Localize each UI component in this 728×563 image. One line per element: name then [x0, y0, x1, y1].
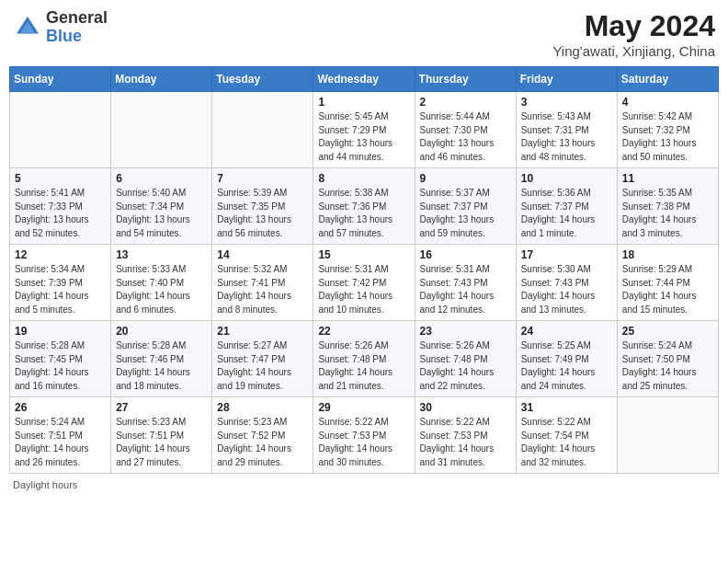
- day-info: Sunrise: 5:44 AM Sunset: 7:30 PM Dayligh…: [420, 110, 511, 164]
- day-info: Sunrise: 5:24 AM Sunset: 7:51 PM Dayligh…: [15, 416, 106, 469]
- calendar-cell: 14Sunrise: 5:32 AM Sunset: 7:41 PM Dayli…: [212, 245, 313, 321]
- calendar-cell: 4Sunrise: 5:42 AM Sunset: 7:32 PM Daylig…: [617, 92, 718, 168]
- day-number: 5: [15, 172, 106, 185]
- day-info: Sunrise: 5:31 AM Sunset: 7:42 PM Dayligh…: [318, 263, 409, 316]
- day-number: 16: [420, 248, 511, 261]
- day-number: 17: [521, 248, 612, 261]
- day-info: Sunrise: 5:22 AM Sunset: 7:54 PM Dayligh…: [521, 416, 612, 469]
- day-number: 20: [116, 325, 207, 338]
- day-info: Sunrise: 5:25 AM Sunset: 7:49 PM Dayligh…: [521, 339, 612, 393]
- title-block: May 2024 Ying'awati, Xinjiang, China: [552, 9, 715, 59]
- day-number: 18: [622, 248, 713, 261]
- day-info: Sunrise: 5:39 AM Sunset: 7:35 PM Dayligh…: [217, 187, 308, 240]
- calendar-cell: 24Sunrise: 5:25 AM Sunset: 7:49 PM Dayli…: [516, 321, 617, 397]
- month-year: May 2024: [552, 9, 715, 43]
- day-number: 30: [420, 401, 511, 414]
- day-number: 13: [116, 248, 207, 261]
- day-info: Sunrise: 5:45 AM Sunset: 7:29 PM Dayligh…: [318, 110, 409, 164]
- calendar-cell: 26Sunrise: 5:24 AM Sunset: 7:51 PM Dayli…: [10, 397, 111, 474]
- calendar-cell: 9Sunrise: 5:37 AM Sunset: 7:37 PM Daylig…: [415, 168, 516, 245]
- calendar-cell: 21Sunrise: 5:27 AM Sunset: 7:47 PM Dayli…: [212, 321, 313, 397]
- week-row: 19Sunrise: 5:28 AM Sunset: 7:45 PM Dayli…: [10, 321, 719, 397]
- day-info: Sunrise: 5:23 AM Sunset: 7:51 PM Dayligh…: [116, 416, 207, 469]
- day-number: 15: [318, 248, 409, 261]
- day-number: 10: [521, 172, 612, 185]
- day-info: Sunrise: 5:34 AM Sunset: 7:39 PM Dayligh…: [15, 263, 106, 316]
- header-cell-wednesday: Wednesday: [313, 67, 415, 92]
- calendar-cell: 5Sunrise: 5:41 AM Sunset: 7:33 PM Daylig…: [10, 168, 111, 245]
- day-number: 21: [217, 325, 308, 338]
- calendar-table: SundayMondayTuesdayWednesdayThursdayFrid…: [9, 66, 719, 474]
- logo-icon: [13, 13, 42, 42]
- footer: Daylight hours: [9, 479, 719, 490]
- calendar-cell: [10, 92, 111, 168]
- calendar-cell: 8Sunrise: 5:38 AM Sunset: 7:36 PM Daylig…: [313, 168, 415, 245]
- calendar-cell: 31Sunrise: 5:22 AM Sunset: 7:54 PM Dayli…: [516, 397, 617, 474]
- calendar-cell: 2Sunrise: 5:44 AM Sunset: 7:30 PM Daylig…: [415, 92, 516, 168]
- day-number: 9: [420, 172, 511, 185]
- day-number: 3: [521, 96, 612, 109]
- day-info: Sunrise: 5:28 AM Sunset: 7:46 PM Dayligh…: [116, 339, 207, 393]
- calendar-cell: 29Sunrise: 5:22 AM Sunset: 7:53 PM Dayli…: [313, 397, 415, 474]
- calendar-cell: [212, 92, 313, 168]
- day-info: Sunrise: 5:38 AM Sunset: 7:36 PM Dayligh…: [318, 187, 409, 240]
- day-info: Sunrise: 5:36 AM Sunset: 7:37 PM Dayligh…: [521, 187, 612, 240]
- calendar-cell: 7Sunrise: 5:39 AM Sunset: 7:35 PM Daylig…: [212, 168, 313, 245]
- logo-blue: Blue: [46, 28, 108, 46]
- header-cell-thursday: Thursday: [415, 67, 516, 92]
- header-cell-sunday: Sunday: [10, 67, 111, 92]
- week-row: 5Sunrise: 5:41 AM Sunset: 7:33 PM Daylig…: [10, 168, 719, 245]
- calendar-body: 1Sunrise: 5:45 AM Sunset: 7:29 PM Daylig…: [10, 92, 719, 474]
- daylight-label: Daylight hours: [13, 479, 77, 490]
- calendar-cell: [617, 397, 718, 474]
- calendar-cell: 19Sunrise: 5:28 AM Sunset: 7:45 PM Dayli…: [10, 321, 111, 397]
- day-number: 12: [15, 248, 106, 261]
- calendar-cell: 13Sunrise: 5:33 AM Sunset: 7:40 PM Dayli…: [111, 245, 212, 321]
- week-row: 1Sunrise: 5:45 AM Sunset: 7:29 PM Daylig…: [10, 92, 719, 168]
- day-number: 26: [15, 401, 106, 414]
- calendar-cell: 20Sunrise: 5:28 AM Sunset: 7:46 PM Dayli…: [111, 321, 212, 397]
- day-number: 27: [116, 401, 207, 414]
- header-cell-monday: Monday: [111, 67, 212, 92]
- day-info: Sunrise: 5:37 AM Sunset: 7:37 PM Dayligh…: [420, 187, 511, 240]
- day-number: 31: [521, 401, 612, 414]
- calendar-cell: 11Sunrise: 5:35 AM Sunset: 7:38 PM Dayli…: [617, 168, 718, 245]
- day-info: Sunrise: 5:42 AM Sunset: 7:32 PM Dayligh…: [622, 110, 713, 164]
- week-row: 12Sunrise: 5:34 AM Sunset: 7:39 PM Dayli…: [10, 245, 719, 321]
- day-info: Sunrise: 5:41 AM Sunset: 7:33 PM Dayligh…: [15, 187, 106, 240]
- day-number: 7: [217, 172, 308, 185]
- day-info: Sunrise: 5:24 AM Sunset: 7:50 PM Dayligh…: [622, 339, 713, 393]
- week-row: 26Sunrise: 5:24 AM Sunset: 7:51 PM Dayli…: [10, 397, 719, 474]
- calendar-header: SundayMondayTuesdayWednesdayThursdayFrid…: [10, 67, 719, 92]
- calendar-cell: 23Sunrise: 5:26 AM Sunset: 7:48 PM Dayli…: [415, 321, 516, 397]
- day-info: Sunrise: 5:43 AM Sunset: 7:31 PM Dayligh…: [521, 110, 612, 164]
- logo-text: General Blue: [46, 9, 108, 46]
- day-number: 28: [217, 401, 308, 414]
- day-number: 19: [15, 325, 106, 338]
- calendar-cell: 3Sunrise: 5:43 AM Sunset: 7:31 PM Daylig…: [516, 92, 617, 168]
- logo: General Blue: [13, 9, 108, 46]
- header-cell-friday: Friday: [516, 67, 617, 92]
- day-number: 8: [318, 172, 409, 185]
- day-info: Sunrise: 5:35 AM Sunset: 7:38 PM Dayligh…: [622, 187, 713, 240]
- day-info: Sunrise: 5:23 AM Sunset: 7:52 PM Dayligh…: [217, 416, 308, 469]
- day-info: Sunrise: 5:22 AM Sunset: 7:53 PM Dayligh…: [420, 416, 511, 469]
- day-info: Sunrise: 5:28 AM Sunset: 7:45 PM Dayligh…: [15, 339, 106, 393]
- calendar-cell: 22Sunrise: 5:26 AM Sunset: 7:48 PM Dayli…: [313, 321, 415, 397]
- calendar-cell: 27Sunrise: 5:23 AM Sunset: 7:51 PM Dayli…: [111, 397, 212, 474]
- day-info: Sunrise: 5:26 AM Sunset: 7:48 PM Dayligh…: [420, 339, 511, 393]
- day-number: 24: [521, 325, 612, 338]
- calendar-cell: 1Sunrise: 5:45 AM Sunset: 7:29 PM Daylig…: [313, 92, 415, 168]
- day-number: 1: [318, 96, 409, 109]
- calendar-cell: [111, 92, 212, 168]
- day-info: Sunrise: 5:22 AM Sunset: 7:53 PM Dayligh…: [318, 416, 409, 469]
- day-number: 2: [420, 96, 511, 109]
- calendar-cell: 30Sunrise: 5:22 AM Sunset: 7:53 PM Dayli…: [415, 397, 516, 474]
- day-info: Sunrise: 5:29 AM Sunset: 7:44 PM Dayligh…: [622, 263, 713, 316]
- day-info: Sunrise: 5:33 AM Sunset: 7:40 PM Dayligh…: [116, 263, 207, 316]
- day-info: Sunrise: 5:27 AM Sunset: 7:47 PM Dayligh…: [217, 339, 308, 393]
- day-info: Sunrise: 5:32 AM Sunset: 7:41 PM Dayligh…: [217, 263, 308, 316]
- calendar-cell: 18Sunrise: 5:29 AM Sunset: 7:44 PM Dayli…: [617, 245, 718, 321]
- day-number: 14: [217, 248, 308, 261]
- calendar-cell: 6Sunrise: 5:40 AM Sunset: 7:34 PM Daylig…: [111, 168, 212, 245]
